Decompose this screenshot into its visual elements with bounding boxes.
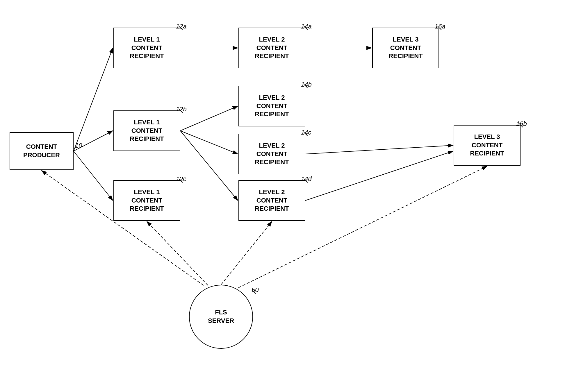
l1a-label: LEVEL 1CONTENTRECIPIENT (130, 35, 164, 60)
arrow-cp-l1c (74, 151, 113, 201)
l3b-node: LEVEL 3CONTENTRECIPIENT (454, 125, 521, 166)
content-producer-node: CONTENTPRODUCER (10, 132, 74, 170)
dashed-fls-l1c (147, 221, 208, 285)
fls-server-node: FLSSERVER (189, 285, 253, 349)
l1c-label: LEVEL 1CONTENTRECIPIENT (130, 188, 164, 213)
l2d-label: LEVEL 2CONTENTRECIPIENT (255, 188, 289, 213)
ref-14a: 14a (301, 23, 312, 30)
l3a-label: LEVEL 3CONTENTRECIPIENT (388, 35, 423, 60)
ref-10: 10 (75, 142, 82, 149)
l2d-node: LEVEL 2CONTENTRECIPIENT (238, 180, 305, 221)
arrow-l2c-l3b (305, 145, 453, 154)
arrow-l1b-l2d (180, 131, 238, 201)
ref-12b: 12b (176, 105, 187, 113)
l3a-node: LEVEL 3CONTENTRECIPIENT (372, 28, 439, 68)
arrow-cp-l1a (74, 48, 113, 151)
ref-14c: 14c (301, 129, 311, 136)
ref-16a: 16a (435, 23, 445, 30)
arrow-l1b-l2c (180, 131, 238, 154)
l1c-node: LEVEL 1CONTENTRECIPIENT (113, 180, 180, 221)
l2a-node: LEVEL 2CONTENTRECIPIENT (238, 28, 305, 68)
l3b-label: LEVEL 3CONTENTRECIPIENT (470, 133, 504, 158)
l1b-node: LEVEL 1CONTENTRECIPIENT (113, 110, 180, 151)
ref-14d: 14d (301, 175, 312, 183)
l2b-node: LEVEL 2CONTENTRECIPIENT (238, 86, 305, 126)
ref-16b: 16b (516, 120, 527, 128)
fls-server-label: FLSSERVER (208, 308, 234, 325)
ref-12c: 12c (176, 175, 186, 183)
arrow-l2d-l3b (305, 151, 453, 201)
ref-12a: 12a (176, 23, 187, 30)
l2c-node: LEVEL 2CONTENTRECIPIENT (238, 134, 305, 174)
content-producer-label: CONTENTPRODUCER (23, 143, 60, 159)
arrow-l1b-l2b (180, 106, 238, 131)
l2a-label: LEVEL 2CONTENTRECIPIENT (255, 35, 289, 60)
diagram-container: CONTENTPRODUCER LEVEL 1CONTENTRECIPIENT … (0, 0, 581, 392)
l1a-node: LEVEL 1CONTENTRECIPIENT (113, 28, 180, 68)
l2b-label: LEVEL 2CONTENTRECIPIENT (255, 94, 289, 119)
l1b-label: LEVEL 1CONTENTRECIPIENT (130, 118, 164, 143)
ref-14b: 14b (301, 81, 312, 88)
l2c-label: LEVEL 2CONTENTRECIPIENT (255, 142, 289, 167)
ref-50: 50 (252, 286, 259, 294)
